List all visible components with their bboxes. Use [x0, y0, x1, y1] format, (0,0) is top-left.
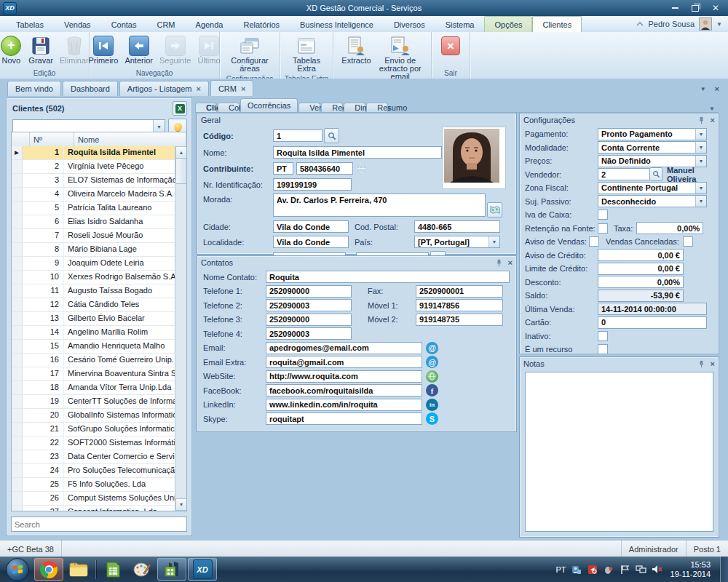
precos-select[interactable]: ▼ [598, 155, 707, 167]
client-row[interactable]: 2Virgínia Ivete Pêcego [12, 160, 175, 174]
taskbar-chrome-button[interactable] [34, 558, 63, 581]
grid-header-name[interactable]: Nome [74, 132, 186, 146]
tray-user-icon[interactable] [571, 564, 582, 575]
client-row[interactable]: 1Roquita Isilda Pimentel [12, 146, 175, 160]
client-row[interactable]: 6Elias Isidro Saldanha [12, 215, 175, 229]
document-tab[interactable]: CRM× [210, 80, 254, 96]
configurar-areas-button[interactable]: Configurar áreas [223, 33, 277, 74]
email-input[interactable] [266, 342, 422, 354]
client-row[interactable]: 8Mário Bibiana Lage [12, 243, 175, 257]
cidade-input[interactable] [273, 220, 349, 233]
menu-tab[interactable]: Vendas [54, 16, 101, 32]
linkedin-input[interactable] [266, 399, 422, 411]
tabelas-extra-button[interactable]: Tabelas Extra [284, 33, 329, 74]
ultimo-button[interactable]: Último [194, 33, 223, 66]
desconto-input[interactable] [598, 276, 684, 288]
iva-caixa-checkbox[interactable] [598, 210, 608, 220]
show-desktop-button[interactable] [720, 557, 728, 582]
facebook-icon[interactable]: f [426, 384, 438, 396]
close-button[interactable]: ✕ [711, 4, 721, 12]
facebook-input[interactable] [266, 384, 422, 396]
anterior-button[interactable]: Anterior [122, 33, 156, 66]
map-button[interactable] [487, 202, 502, 218]
cod-postal-input[interactable] [414, 220, 500, 233]
menu-tab[interactable]: Agenda [186, 16, 234, 32]
client-row[interactable]: 22SOFT2000 Sistemas Informáticos. Lda [12, 436, 175, 450]
client-row[interactable]: 4Oliveira Marcelo Madeira S.A. [12, 188, 175, 202]
record-tab[interactable]: Direcções [344, 103, 365, 112]
close-tab-icon[interactable]: × [241, 84, 245, 93]
close-pane-icon[interactable]: × [715, 84, 719, 93]
sair-button[interactable]: ✕ [437, 33, 464, 58]
grid-scrollbar[interactable]: ▲ ▼ [175, 146, 186, 511]
skype-icon[interactable]: S [426, 412, 438, 425]
client-row[interactable]: 17Minervina Boaventura Sintra S.A. [12, 367, 175, 381]
restore-button[interactable] [690, 4, 700, 12]
menu-tab[interactable]: Tabelas [6, 16, 54, 32]
menu-tab[interactable]: CRM [146, 16, 185, 32]
taskbar-erp-button[interactable] [157, 558, 186, 581]
scroll-down-icon[interactable]: ▼ [175, 498, 187, 511]
client-row[interactable]: 19CenterTT Soluções de Informação. L... [12, 395, 175, 409]
notas-textarea[interactable] [525, 372, 713, 532]
taskbar-clock[interactable]: 15:53 19-11-2014 [670, 560, 711, 579]
record-tab-overflow-icon[interactable]: ▼ [709, 105, 718, 112]
website-globe-icon[interactable] [426, 370, 438, 383]
export-excel-button[interactable]: X [173, 101, 187, 116]
validate-vat-button[interactable] [355, 162, 368, 175]
client-row[interactable]: 20GlobalInfo Sistemas Informaticos U... [12, 409, 175, 423]
codigo-input[interactable] [273, 129, 323, 142]
email-extra-input[interactable] [266, 356, 422, 368]
document-tab[interactable]: Artigos - Listagem× [119, 81, 209, 96]
client-row[interactable]: 21SofGrupo Soluções Informaticas. Lda [12, 423, 175, 436]
client-row[interactable]: 5Patrícia Talita Laureano [12, 202, 175, 215]
minimize-button[interactable] [670, 4, 680, 12]
taxa-input[interactable] [636, 222, 703, 234]
record-tab[interactable]: Resumo [366, 103, 388, 112]
client-row[interactable]: 27Concept Informatica. Lda [12, 506, 175, 511]
email-at-icon[interactable]: @ [426, 342, 438, 354]
pagamento-select[interactable]: ▼ [598, 128, 707, 140]
record-tab[interactable]: Vendas [298, 103, 320, 112]
client-row[interactable]: 16Cesário Tomé Guerreiro Unip. Lda [12, 354, 175, 367]
telefone4-input[interactable] [266, 327, 352, 340]
aviso-credito-input[interactable] [598, 249, 684, 261]
gravar-button[interactable]: Gravar [25, 33, 56, 66]
menu-tab[interactable]: Contas [101, 16, 147, 32]
scroll-up-icon[interactable]: ▲ [175, 146, 187, 159]
tray-device-icon[interactable] [604, 564, 614, 575]
novo-button[interactable]: +Novo [0, 33, 25, 66]
taskbar-office-button[interactable] [99, 559, 127, 580]
record-tab[interactable]: Ocorrências [240, 98, 298, 112]
fax-input[interactable] [416, 285, 503, 298]
pin-icon[interactable] [697, 360, 705, 368]
identificacao-input[interactable] [273, 178, 352, 191]
contribuinte-prefix-input[interactable] [273, 162, 293, 175]
close-tab-icon[interactable]: × [196, 84, 200, 93]
taskbar-xd-button[interactable]: XD [188, 558, 217, 581]
client-row[interactable]: 15Amandio Henriqueta Malho [12, 340, 175, 354]
client-row[interactable]: 25F5 Info Soluções. Lda [12, 478, 175, 492]
language-indicator[interactable]: PT [555, 565, 566, 574]
client-row[interactable]: 10Xerxes Rodrigo Balsemão S.A. [12, 271, 175, 284]
zona-fiscal-select[interactable]: ▼ [598, 182, 707, 194]
menu-tab[interactable]: Diversos [384, 16, 435, 32]
client-search-input[interactable] [12, 517, 186, 531]
menu-tab[interactable]: Clientes [532, 16, 582, 32]
extracto-button[interactable]: Extracto [339, 33, 373, 66]
client-row[interactable]: 13Gilberto Élvio Bacelar [12, 312, 175, 326]
user-avatar[interactable] [699, 17, 712, 31]
aviso-vendas-checkbox[interactable] [589, 236, 599, 247]
close-panel-icon[interactable]: × [711, 116, 715, 124]
vendedor-lookup-button[interactable] [650, 167, 662, 181]
pin-icon[interactable] [495, 259, 503, 267]
close-panel-icon[interactable]: × [711, 360, 715, 367]
telefone2-input[interactable] [266, 299, 352, 311]
document-tab[interactable]: Bem vindo [7, 81, 61, 96]
envio-extracto-email-button[interactable]: Envio de extracto por email [375, 33, 426, 82]
nome-input[interactable] [273, 146, 442, 159]
tab-list-dropdown-icon[interactable]: ▼ [700, 86, 706, 92]
close-panel-icon[interactable]: × [508, 259, 513, 266]
recurso-checkbox[interactable] [598, 344, 608, 354]
email-extra-at-icon[interactable]: @ [426, 356, 438, 368]
